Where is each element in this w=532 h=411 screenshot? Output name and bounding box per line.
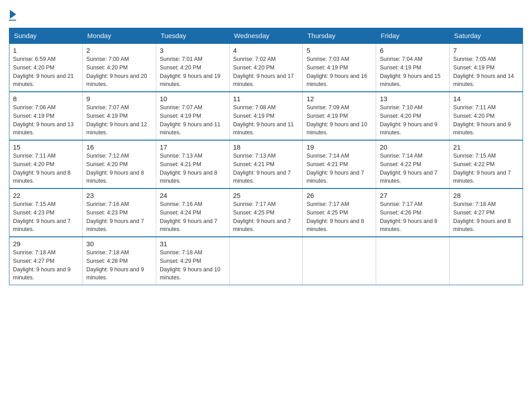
- calendar-day-cell: 13 Sunrise: 7:10 AM Sunset: 4:20 PM Dayl…: [376, 92, 450, 140]
- calendar-table: SundayMondayTuesdayWednesdayThursdayFrid…: [9, 28, 523, 285]
- calendar-day-cell: 10 Sunrise: 7:07 AM Sunset: 4:19 PM Dayl…: [156, 92, 229, 140]
- day-number: 30: [86, 240, 152, 248]
- calendar-week-row: 1 Sunrise: 6:59 AM Sunset: 4:20 PM Dayli…: [9, 43, 523, 92]
- calendar-day-cell: 9 Sunrise: 7:07 AM Sunset: 4:19 PM Dayli…: [82, 92, 156, 140]
- day-number: 28: [453, 192, 519, 199]
- day-of-week-header: Tuesday: [156, 28, 229, 44]
- day-number: 7: [453, 47, 519, 54]
- day-of-week-header: Sunday: [9, 28, 83, 44]
- day-info: Sunrise: 7:05 AM Sunset: 4:19 PM Dayligh…: [453, 55, 519, 89]
- day-number: 23: [86, 192, 152, 199]
- calendar-empty-cell: [450, 237, 523, 285]
- calendar-day-cell: 4 Sunrise: 7:02 AM Sunset: 4:20 PM Dayli…: [229, 43, 303, 92]
- calendar-day-cell: 12 Sunrise: 7:09 AM Sunset: 4:19 PM Dayl…: [303, 92, 376, 140]
- day-info: Sunrise: 6:59 AM Sunset: 4:20 PM Dayligh…: [13, 55, 79, 89]
- calendar-day-cell: 14 Sunrise: 7:11 AM Sunset: 4:20 PM Dayl…: [450, 92, 523, 140]
- calendar-empty-cell: [303, 237, 376, 285]
- day-info: Sunrise: 7:01 AM Sunset: 4:20 PM Dayligh…: [160, 55, 226, 89]
- day-number: 29: [13, 240, 79, 248]
- day-info: Sunrise: 7:03 AM Sunset: 4:19 PM Dayligh…: [306, 55, 372, 89]
- day-info: Sunrise: 7:02 AM Sunset: 4:20 PM Dayligh…: [233, 55, 299, 89]
- calendar-empty-cell: [229, 237, 303, 285]
- day-info: Sunrise: 7:10 AM Sunset: 4:20 PM Dayligh…: [380, 103, 446, 137]
- calendar-day-cell: 3 Sunrise: 7:01 AM Sunset: 4:20 PM Dayli…: [156, 43, 229, 92]
- calendar-week-row: 8 Sunrise: 7:06 AM Sunset: 4:19 PM Dayli…: [9, 92, 523, 140]
- day-info: Sunrise: 7:18 AM Sunset: 4:27 PM Dayligh…: [453, 200, 519, 234]
- day-info: Sunrise: 7:18 AM Sunset: 4:28 PM Dayligh…: [86, 248, 152, 282]
- day-number: 20: [380, 143, 446, 151]
- calendar-week-row: 29 Sunrise: 7:18 AM Sunset: 4:27 PM Dayl…: [9, 237, 523, 285]
- day-number: 17: [160, 143, 226, 151]
- day-number: 8: [13, 95, 79, 103]
- day-number: 14: [453, 95, 519, 103]
- calendar-day-cell: 27 Sunrise: 7:17 AM Sunset: 4:26 PM Dayl…: [376, 188, 450, 237]
- calendar-day-cell: 7 Sunrise: 7:05 AM Sunset: 4:19 PM Dayli…: [450, 43, 523, 92]
- day-number: 5: [306, 47, 372, 54]
- day-number: 3: [160, 47, 226, 54]
- calendar-week-row: 15 Sunrise: 7:11 AM Sunset: 4:20 PM Dayl…: [9, 140, 523, 188]
- day-info: Sunrise: 7:13 AM Sunset: 4:21 PM Dayligh…: [233, 152, 299, 185]
- day-info: Sunrise: 7:16 AM Sunset: 4:24 PM Dayligh…: [160, 200, 226, 234]
- calendar-day-cell: 8 Sunrise: 7:06 AM Sunset: 4:19 PM Dayli…: [9, 92, 83, 140]
- day-info: Sunrise: 7:16 AM Sunset: 4:23 PM Dayligh…: [86, 200, 152, 234]
- calendar-day-cell: 21 Sunrise: 7:15 AM Sunset: 4:22 PM Dayl…: [450, 140, 523, 188]
- day-of-week-header: Thursday: [303, 28, 376, 44]
- calendar-day-cell: 17 Sunrise: 7:13 AM Sunset: 4:21 PM Dayl…: [156, 140, 229, 188]
- calendar-day-cell: 26 Sunrise: 7:17 AM Sunset: 4:25 PM Dayl…: [303, 188, 376, 237]
- day-of-week-header: Friday: [376, 28, 450, 44]
- calendar-day-cell: 2 Sunrise: 7:00 AM Sunset: 4:20 PM Dayli…: [82, 43, 156, 92]
- day-info: Sunrise: 7:06 AM Sunset: 4:19 PM Dayligh…: [13, 103, 79, 137]
- day-number: 1: [13, 47, 79, 54]
- calendar-day-cell: 30 Sunrise: 7:18 AM Sunset: 4:28 PM Dayl…: [82, 237, 156, 285]
- day-info: Sunrise: 7:13 AM Sunset: 4:21 PM Dayligh…: [160, 152, 226, 185]
- page-header: [9, 9, 523, 21]
- day-of-week-header: Monday: [82, 28, 156, 44]
- day-info: Sunrise: 7:15 AM Sunset: 4:23 PM Dayligh…: [13, 200, 79, 234]
- day-info: Sunrise: 7:15 AM Sunset: 4:22 PM Dayligh…: [453, 152, 519, 185]
- calendar-day-cell: 20 Sunrise: 7:14 AM Sunset: 4:22 PM Dayl…: [376, 140, 450, 188]
- day-info: Sunrise: 7:17 AM Sunset: 4:26 PM Dayligh…: [380, 200, 446, 234]
- day-info: Sunrise: 7:07 AM Sunset: 4:19 PM Dayligh…: [160, 103, 226, 137]
- day-number: 24: [160, 192, 226, 199]
- day-info: Sunrise: 7:11 AM Sunset: 4:20 PM Dayligh…: [453, 103, 519, 137]
- day-info: Sunrise: 7:07 AM Sunset: 4:19 PM Dayligh…: [86, 103, 152, 137]
- day-info: Sunrise: 7:12 AM Sunset: 4:20 PM Dayligh…: [86, 152, 152, 185]
- day-number: 31: [160, 240, 226, 248]
- day-info: Sunrise: 7:14 AM Sunset: 4:22 PM Dayligh…: [380, 152, 446, 185]
- calendar-header-row: SundayMondayTuesdayWednesdayThursdayFrid…: [9, 28, 523, 44]
- day-number: 18: [233, 143, 299, 151]
- calendar-day-cell: 19 Sunrise: 7:14 AM Sunset: 4:21 PM Dayl…: [303, 140, 376, 188]
- day-number: 19: [306, 143, 372, 151]
- day-info: Sunrise: 7:08 AM Sunset: 4:19 PM Dayligh…: [233, 103, 299, 137]
- day-number: 4: [233, 47, 299, 54]
- day-number: 15: [13, 143, 79, 151]
- calendar-day-cell: 24 Sunrise: 7:16 AM Sunset: 4:24 PM Dayl…: [156, 188, 229, 237]
- calendar-day-cell: 5 Sunrise: 7:03 AM Sunset: 4:19 PM Dayli…: [303, 43, 376, 92]
- day-number: 11: [233, 95, 299, 103]
- calendar-day-cell: 28 Sunrise: 7:18 AM Sunset: 4:27 PM Dayl…: [450, 188, 523, 237]
- day-of-week-header: Saturday: [450, 28, 523, 44]
- logo-arrow-icon: [10, 10, 16, 19]
- day-info: Sunrise: 7:04 AM Sunset: 4:19 PM Dayligh…: [380, 55, 446, 89]
- day-info: Sunrise: 7:18 AM Sunset: 4:27 PM Dayligh…: [13, 248, 79, 282]
- logo: [9, 9, 16, 21]
- day-number: 2: [86, 47, 152, 54]
- calendar-week-row: 22 Sunrise: 7:15 AM Sunset: 4:23 PM Dayl…: [9, 188, 523, 237]
- day-number: 22: [13, 192, 79, 199]
- day-number: 21: [453, 143, 519, 151]
- calendar-day-cell: 1 Sunrise: 6:59 AM Sunset: 4:20 PM Dayli…: [9, 43, 83, 92]
- day-info: Sunrise: 7:11 AM Sunset: 4:20 PM Dayligh…: [13, 152, 79, 185]
- logo-underline: [9, 20, 16, 21]
- day-number: 6: [380, 47, 446, 54]
- day-info: Sunrise: 7:17 AM Sunset: 4:25 PM Dayligh…: [233, 200, 299, 234]
- calendar-day-cell: 6 Sunrise: 7:04 AM Sunset: 4:19 PM Dayli…: [376, 43, 450, 92]
- day-number: 16: [86, 143, 152, 151]
- day-number: 13: [380, 95, 446, 103]
- calendar-day-cell: 25 Sunrise: 7:17 AM Sunset: 4:25 PM Dayl…: [229, 188, 303, 237]
- day-info: Sunrise: 7:18 AM Sunset: 4:29 PM Dayligh…: [160, 248, 226, 282]
- calendar-day-cell: 18 Sunrise: 7:13 AM Sunset: 4:21 PM Dayl…: [229, 140, 303, 188]
- day-number: 26: [306, 192, 372, 199]
- day-info: Sunrise: 7:00 AM Sunset: 4:20 PM Dayligh…: [86, 55, 152, 89]
- calendar-day-cell: 22 Sunrise: 7:15 AM Sunset: 4:23 PM Dayl…: [9, 188, 83, 237]
- calendar-empty-cell: [376, 237, 450, 285]
